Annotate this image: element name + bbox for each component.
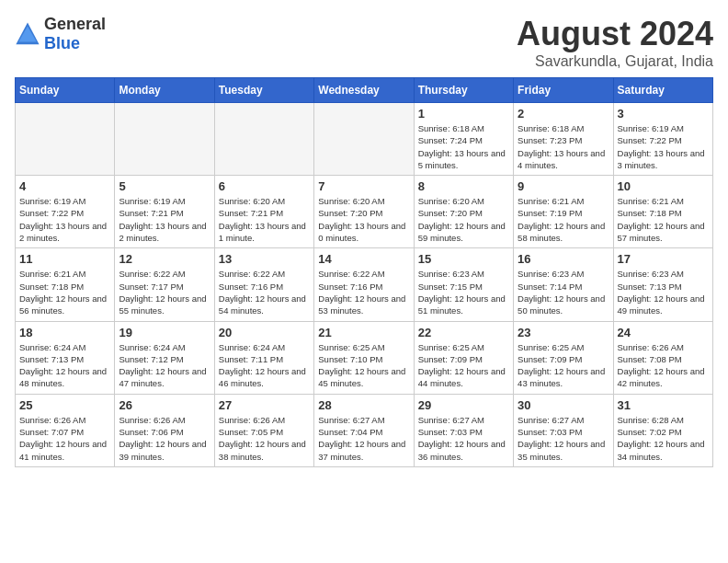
day-info: Sunrise: 6:20 AM Sunset: 7:20 PM Dayligh… bbox=[318, 195, 409, 244]
calendar-cell: 15Sunrise: 6:23 AM Sunset: 7:15 PM Dayli… bbox=[414, 248, 513, 321]
day-number: 5 bbox=[119, 179, 210, 193]
week-row-4: 18Sunrise: 6:24 AM Sunset: 7:13 PM Dayli… bbox=[16, 321, 713, 394]
col-header-thursday: Thursday bbox=[414, 78, 513, 103]
day-info: Sunrise: 6:26 AM Sunset: 7:06 PM Dayligh… bbox=[119, 414, 210, 463]
calendar-cell: 3Sunrise: 6:19 AM Sunset: 7:22 PM Daylig… bbox=[613, 103, 712, 176]
day-info: Sunrise: 6:18 AM Sunset: 7:24 PM Dayligh… bbox=[418, 122, 509, 171]
title-area: August 2024 Savarkundla, Gujarat, India bbox=[517, 15, 713, 70]
day-number: 24 bbox=[618, 326, 709, 339]
calendar-cell: 9Sunrise: 6:21 AM Sunset: 7:19 PM Daylig… bbox=[514, 176, 613, 248]
calendar-cell: 31Sunrise: 6:28 AM Sunset: 7:02 PM Dayli… bbox=[613, 394, 712, 466]
day-info: Sunrise: 6:27 AM Sunset: 7:03 PM Dayligh… bbox=[518, 414, 609, 463]
day-number: 29 bbox=[418, 398, 509, 412]
col-header-friday: Friday bbox=[514, 78, 613, 103]
day-info: Sunrise: 6:24 AM Sunset: 7:11 PM Dayligh… bbox=[219, 341, 310, 390]
day-number: 19 bbox=[119, 326, 210, 339]
calendar-cell: 12Sunrise: 6:22 AM Sunset: 7:17 PM Dayli… bbox=[115, 248, 214, 321]
calendar-cell: 22Sunrise: 6:25 AM Sunset: 7:09 PM Dayli… bbox=[414, 321, 513, 394]
day-number: 6 bbox=[219, 179, 310, 193]
day-info: Sunrise: 6:20 AM Sunset: 7:20 PM Dayligh… bbox=[418, 195, 509, 244]
col-header-wednesday: Wednesday bbox=[314, 78, 414, 103]
logo-icon bbox=[15, 21, 40, 47]
logo: General Blue bbox=[15, 15, 106, 53]
calendar-cell: 11Sunrise: 6:21 AM Sunset: 7:18 PM Dayli… bbox=[16, 248, 115, 321]
day-info: Sunrise: 6:19 AM Sunset: 7:21 PM Dayligh… bbox=[119, 195, 210, 244]
day-info: Sunrise: 6:19 AM Sunset: 7:22 PM Dayligh… bbox=[19, 195, 110, 244]
day-info: Sunrise: 6:22 AM Sunset: 7:16 PM Dayligh… bbox=[318, 268, 409, 316]
calendar-cell: 25Sunrise: 6:26 AM Sunset: 7:07 PM Dayli… bbox=[16, 394, 115, 466]
day-number: 28 bbox=[318, 398, 409, 412]
day-number: 31 bbox=[618, 398, 709, 412]
calendar-cell: 27Sunrise: 6:26 AM Sunset: 7:05 PM Dayli… bbox=[214, 394, 313, 466]
day-info: Sunrise: 6:21 AM Sunset: 7:18 PM Dayligh… bbox=[618, 195, 709, 244]
calendar-cell: 19Sunrise: 6:24 AM Sunset: 7:12 PM Dayli… bbox=[115, 321, 214, 394]
day-number: 7 bbox=[318, 179, 409, 193]
calendar-cell: 4Sunrise: 6:19 AM Sunset: 7:22 PM Daylig… bbox=[16, 176, 115, 248]
day-number: 4 bbox=[19, 179, 110, 193]
calendar-cell: 24Sunrise: 6:26 AM Sunset: 7:08 PM Dayli… bbox=[613, 321, 712, 394]
calendar-subtitle: Savarkundla, Gujarat, India bbox=[517, 53, 713, 70]
day-info: Sunrise: 6:22 AM Sunset: 7:17 PM Dayligh… bbox=[119, 268, 210, 316]
calendar-cell bbox=[314, 103, 414, 176]
week-row-2: 4Sunrise: 6:19 AM Sunset: 7:22 PM Daylig… bbox=[16, 176, 713, 248]
day-number: 23 bbox=[518, 326, 609, 339]
day-number: 12 bbox=[119, 252, 210, 266]
day-info: Sunrise: 6:25 AM Sunset: 7:09 PM Dayligh… bbox=[518, 341, 609, 390]
week-row-1: 1Sunrise: 6:18 AM Sunset: 7:24 PM Daylig… bbox=[16, 103, 713, 176]
logo-wordmark: General Blue bbox=[44, 15, 106, 53]
day-info: Sunrise: 6:26 AM Sunset: 7:05 PM Dayligh… bbox=[219, 414, 310, 463]
day-number: 20 bbox=[219, 326, 310, 339]
day-info: Sunrise: 6:23 AM Sunset: 7:13 PM Dayligh… bbox=[618, 268, 709, 316]
calendar-cell: 28Sunrise: 6:27 AM Sunset: 7:04 PM Dayli… bbox=[314, 394, 414, 466]
calendar-cell: 21Sunrise: 6:25 AM Sunset: 7:10 PM Dayli… bbox=[314, 321, 414, 394]
calendar-cell: 18Sunrise: 6:24 AM Sunset: 7:13 PM Dayli… bbox=[16, 321, 115, 394]
day-info: Sunrise: 6:18 AM Sunset: 7:23 PM Dayligh… bbox=[518, 122, 609, 171]
calendar-cell: 29Sunrise: 6:27 AM Sunset: 7:03 PM Dayli… bbox=[414, 394, 513, 466]
day-number: 14 bbox=[318, 252, 409, 266]
col-header-sunday: Sunday bbox=[16, 78, 115, 103]
calendar-cell: 30Sunrise: 6:27 AM Sunset: 7:03 PM Dayli… bbox=[514, 394, 613, 466]
calendar-cell bbox=[115, 103, 214, 176]
day-number: 3 bbox=[618, 107, 709, 121]
day-number: 16 bbox=[518, 252, 609, 266]
day-number: 27 bbox=[219, 398, 310, 412]
day-number: 25 bbox=[19, 398, 110, 412]
calendar-header-row: SundayMondayTuesdayWednesdayThursdayFrid… bbox=[16, 78, 713, 103]
calendar-cell: 16Sunrise: 6:23 AM Sunset: 7:14 PM Dayli… bbox=[514, 248, 613, 321]
calendar-cell: 26Sunrise: 6:26 AM Sunset: 7:06 PM Dayli… bbox=[115, 394, 214, 466]
day-number: 15 bbox=[418, 252, 509, 266]
calendar-cell: 5Sunrise: 6:19 AM Sunset: 7:21 PM Daylig… bbox=[115, 176, 214, 248]
col-header-monday: Monday bbox=[115, 78, 214, 103]
calendar-cell: 23Sunrise: 6:25 AM Sunset: 7:09 PM Dayli… bbox=[514, 321, 613, 394]
day-number: 13 bbox=[219, 252, 310, 266]
col-header-saturday: Saturday bbox=[613, 78, 712, 103]
week-row-5: 25Sunrise: 6:26 AM Sunset: 7:07 PM Dayli… bbox=[16, 394, 713, 466]
day-number: 17 bbox=[618, 252, 709, 266]
day-info: Sunrise: 6:23 AM Sunset: 7:15 PM Dayligh… bbox=[418, 268, 509, 316]
calendar-cell: 13Sunrise: 6:22 AM Sunset: 7:16 PM Dayli… bbox=[214, 248, 313, 321]
calendar-table: SundayMondayTuesdayWednesdayThursdayFrid… bbox=[15, 77, 713, 467]
day-info: Sunrise: 6:25 AM Sunset: 7:09 PM Dayligh… bbox=[418, 341, 509, 390]
day-info: Sunrise: 6:22 AM Sunset: 7:16 PM Dayligh… bbox=[219, 268, 310, 316]
day-number: 10 bbox=[618, 179, 709, 193]
day-number: 9 bbox=[518, 179, 609, 193]
day-info: Sunrise: 6:25 AM Sunset: 7:10 PM Dayligh… bbox=[318, 341, 409, 390]
page-header: General Blue August 2024 Savarkundla, Gu… bbox=[15, 15, 713, 70]
day-number: 22 bbox=[418, 326, 509, 339]
day-info: Sunrise: 6:21 AM Sunset: 7:19 PM Dayligh… bbox=[518, 195, 609, 244]
day-info: Sunrise: 6:24 AM Sunset: 7:13 PM Dayligh… bbox=[19, 341, 110, 390]
day-info: Sunrise: 6:26 AM Sunset: 7:07 PM Dayligh… bbox=[19, 414, 110, 463]
day-info: Sunrise: 6:20 AM Sunset: 7:21 PM Dayligh… bbox=[219, 195, 310, 244]
day-info: Sunrise: 6:27 AM Sunset: 7:04 PM Dayligh… bbox=[318, 414, 409, 463]
day-info: Sunrise: 6:27 AM Sunset: 7:03 PM Dayligh… bbox=[418, 414, 509, 463]
day-number: 30 bbox=[518, 398, 609, 412]
calendar-cell bbox=[214, 103, 313, 176]
calendar-cell: 17Sunrise: 6:23 AM Sunset: 7:13 PM Dayli… bbox=[613, 248, 712, 321]
calendar-cell: 8Sunrise: 6:20 AM Sunset: 7:20 PM Daylig… bbox=[414, 176, 513, 248]
day-number: 2 bbox=[518, 107, 609, 121]
svg-marker-1 bbox=[18, 27, 37, 42]
day-info: Sunrise: 6:28 AM Sunset: 7:02 PM Dayligh… bbox=[618, 414, 709, 463]
logo-blue: Blue bbox=[44, 34, 80, 52]
calendar-cell: 10Sunrise: 6:21 AM Sunset: 7:18 PM Dayli… bbox=[613, 176, 712, 248]
day-number: 26 bbox=[119, 398, 210, 412]
